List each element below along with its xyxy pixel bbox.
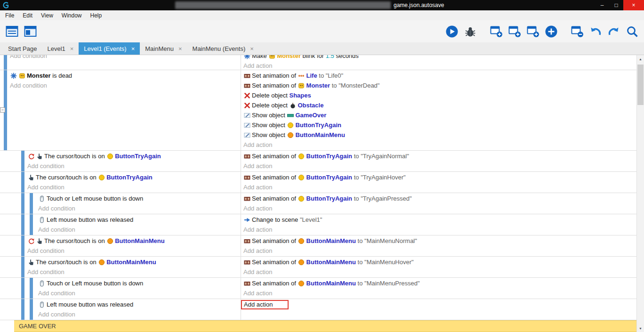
object-name: ButtonTryAgain [295, 121, 341, 129]
condition-line[interactable]: The cursor/touch is on ButtonTryAgain [0, 151, 241, 161]
action-line[interactable]: Make Monster blink for 1.5 seconds [241, 55, 636, 61]
add-condition-link[interactable]: Add condition [0, 182, 241, 192]
panel-icon [6, 25, 18, 37]
action-line[interactable]: Show object GameOver [241, 110, 636, 120]
add-action-link[interactable]: Add action [241, 203, 636, 213]
add-action-link[interactable]: Add action [241, 246, 636, 256]
scroll-up-button[interactable]: ▲ [637, 55, 644, 63]
vertical-scrollbar[interactable]: ▲ ▼ [636, 55, 644, 332]
event-handle[interactable] [30, 214, 33, 235]
condition-lines: Add condition [0, 55, 241, 61]
close-tab-icon[interactable]: × [131, 45, 135, 52]
search-button[interactable] [624, 23, 640, 40]
add-condition-link[interactable]: Add condition [0, 267, 241, 277]
redo-button[interactable] [606, 23, 622, 40]
add-comment-button[interactable] [525, 23, 541, 40]
add-condition-link[interactable]: Add condition [0, 225, 241, 235]
menu-view[interactable]: View [37, 10, 57, 20]
event-handle[interactable] [21, 151, 24, 171]
add-condition-link[interactable]: Add condition [0, 81, 241, 90]
add-action-link[interactable]: Add action [241, 182, 636, 192]
monster-icon [18, 72, 25, 79]
scroll-down-button[interactable]: ▼ [637, 324, 644, 332]
event-handle[interactable] [21, 235, 24, 256]
condition-line[interactable]: The cursor/touch is on ButtonMainMenu [0, 257, 241, 267]
tab-level1-events[interactable]: Level1 (Events)× [79, 42, 140, 55]
close-tab-icon[interactable]: × [178, 45, 182, 52]
add-action-link[interactable]: Add action [241, 225, 636, 235]
action-line[interactable]: Set animation of Life to "Life0" [241, 71, 636, 81]
add-action-link[interactable]: Add action [241, 300, 636, 309]
menu-edit[interactable]: Edit [18, 10, 37, 20]
event-handle[interactable] [21, 257, 24, 277]
menu-help[interactable]: Help [86, 10, 106, 20]
add-action-link[interactable]: Add action [241, 161, 636, 171]
action-line[interactable]: Set animation of ButtonTryAgain to "TryA… [241, 194, 636, 203]
add-action-link[interactable]: Add action [241, 288, 636, 298]
menu-file[interactable]: File [1, 10, 18, 20]
menu-window[interactable]: Window [57, 10, 86, 20]
scrollbar-thumb[interactable] [637, 65, 644, 105]
add-condition-link[interactable]: Add condition [0, 288, 241, 298]
tab-mainmenu-events[interactable]: MainMenu (Events)× [187, 42, 259, 55]
action-line[interactable]: Set animation of Monster to "MonsterDead… [241, 81, 636, 90]
condition-line[interactable]: Left mouse button was released [0, 300, 241, 309]
event-handle[interactable] [30, 299, 33, 320]
add-condition-link[interactable]: Add condition [0, 203, 241, 213]
add-subevent-button[interactable] [507, 23, 523, 40]
action-line[interactable]: Set animation of ButtonTryAgain to "TryA… [241, 172, 636, 182]
maximize-button[interactable]: □ [609, 0, 623, 10]
add-condition-link[interactable]: Add condition [0, 161, 241, 171]
anim-icon [244, 82, 250, 89]
condition-line[interactable]: The cursor/touch is on ButtonMainMenu [0, 236, 241, 246]
collapse-toggle-icon[interactable]: − [0, 107, 5, 113]
action-line[interactable]: Set animation of ButtonMainMenu to "Main… [241, 278, 636, 288]
object-name: Obstacle [298, 102, 324, 109]
toggle-events-button[interactable] [569, 23, 585, 40]
condition-line[interactable]: The cursor/touch is on ButtonTryAgain [0, 172, 241, 182]
event-handle[interactable] [30, 278, 33, 299]
close-tab-icon[interactable]: × [70, 45, 74, 52]
tab-mainmenu[interactable]: MainMenu× [140, 42, 187, 55]
debugger-button[interactable] [462, 23, 478, 40]
close-button[interactable]: × [623, 0, 644, 10]
action-line[interactable]: Show object ButtonTryAgain [241, 120, 636, 130]
condition-line[interactable]: Monster is dead [0, 71, 241, 81]
action-lines: Make Monster blink for 1.5 secondsAdd ac… [241, 55, 636, 70]
condition-line[interactable]: Touch or Left mouse button is down [0, 278, 241, 288]
undo-button[interactable] [588, 23, 604, 40]
condition-line[interactable]: Touch or Left mouse button is down [0, 194, 241, 203]
condition-line[interactable]: Left mouse button was released [0, 215, 241, 225]
tab-start-page[interactable]: Start Page [3, 42, 42, 55]
event-handle[interactable] [21, 172, 24, 193]
bug-icon [464, 25, 476, 38]
start-page-button[interactable] [22, 23, 38, 40]
action-line[interactable]: Set animation of ButtonMainMenu to "Main… [241, 257, 636, 267]
comment-row[interactable]: GAME OVER [0, 320, 636, 332]
add-condition-link[interactable]: Add condition [0, 309, 241, 319]
add-action-link[interactable]: Add action [241, 61, 636, 70]
monster-icon [268, 55, 275, 59]
action-line[interactable]: Show object ButtonMainMenu [241, 130, 636, 140]
add-action-link[interactable]: Add action [241, 267, 636, 277]
add-other-event-button[interactable] [543, 23, 559, 40]
tab-level1[interactable]: Level1× [42, 42, 79, 55]
action-line[interactable]: Set animation of ButtonTryAgain to "TryA… [241, 151, 636, 161]
minimize-button[interactable]: – [595, 0, 609, 10]
preview-button[interactable] [444, 23, 460, 40]
add-action-link[interactable]: Add action [241, 140, 636, 150]
project-manager-button[interactable] [4, 23, 20, 40]
add-event-button[interactable] [488, 23, 504, 40]
conditions-column: The cursor/touch is on ButtonTryAgainAdd… [0, 172, 241, 193]
event-handle[interactable] [30, 193, 33, 214]
event-handle[interactable] [4, 55, 7, 70]
action-line[interactable]: Change to scene "Level1" [241, 215, 636, 225]
action-line[interactable]: Delete object Shapes [241, 90, 636, 100]
add-condition-link[interactable]: Add condition [0, 246, 241, 256]
action-line[interactable]: Delete object Obstacle [241, 100, 636, 110]
scrollbar-track[interactable] [637, 63, 644, 324]
text-segment: Set animation of [252, 153, 298, 160]
action-line[interactable]: Set animation of ButtonMainMenu to "Main… [241, 236, 636, 246]
add-condition-link[interactable]: Add condition [0, 55, 241, 61]
close-tab-icon[interactable]: × [250, 45, 254, 52]
